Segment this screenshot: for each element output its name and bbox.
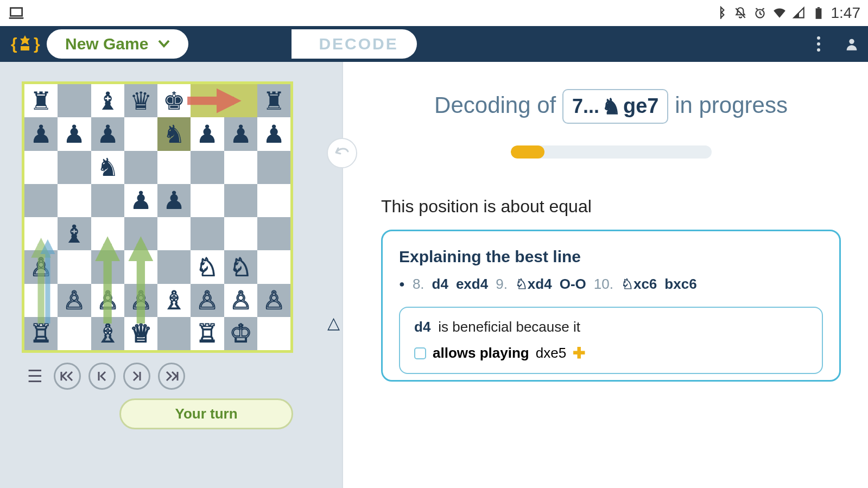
svg-text:{: {: [11, 35, 17, 53]
menu-icon[interactable]: ☰: [27, 366, 43, 386]
chevron-down-icon: [158, 40, 170, 48]
signal-icon: [792, 6, 806, 20]
new-game-label: New Game: [65, 35, 148, 53]
moves-line[interactable]: ● 8.d4exd49.♘xd4O-O10.♘xc6bxc6: [399, 276, 823, 293]
status-bar: 1:47: [0, 0, 868, 26]
svg-text:}: }: [34, 35, 40, 53]
new-game-button[interactable]: New Game: [47, 29, 188, 59]
svg-point-8: [817, 48, 820, 52]
progress-bar: [511, 145, 712, 159]
turn-indicator: Your turn: [119, 398, 293, 429]
explanation-card: d4 is beneficial because it allows playi…: [399, 307, 823, 374]
expand-icon[interactable]: ✚: [573, 344, 585, 362]
move-controls: ☰: [27, 363, 327, 390]
battery-icon: [812, 6, 826, 20]
last-move-button[interactable]: [158, 363, 185, 390]
bluetooth-icon: [714, 6, 728, 20]
prev-move-button[interactable]: [88, 363, 116, 390]
more-icon[interactable]: [816, 36, 821, 52]
svg-point-7: [817, 42, 820, 46]
position-eval: This position is about equal: [381, 197, 841, 217]
svg-rect-1: [815, 8, 821, 19]
wifi-icon: [772, 6, 787, 20]
right-panel: Decoding of 7... ♞ge7 in progress This p…: [342, 62, 868, 488]
best-line-card: Explaining the best line ● 8.d4exd49.♘xd…: [381, 230, 841, 382]
laptop-icon: [8, 4, 25, 22]
first-move-button[interactable]: [54, 363, 81, 390]
status-time: 1:47: [831, 4, 861, 22]
app-logo[interactable]: { }: [9, 32, 41, 56]
decode-tab[interactable]: DECODE: [292, 29, 416, 59]
bell-off-icon: [733, 6, 747, 20]
chess-board[interactable]: ♜♝♛♚♜♟♟♟♞♟♟♟♞♟♟♝♙♘♘♙♙♙♗♙♙♙♖♗♕♖♔: [22, 81, 293, 353]
profile-icon[interactable]: [844, 36, 859, 52]
svg-rect-2: [817, 7, 819, 8]
alarm-icon: [753, 6, 767, 20]
reason-checkbox[interactable]: [414, 347, 426, 359]
back-button[interactable]: [327, 138, 357, 168]
left-panel: ♜♝♛♚♜♟♟♟♞♟♟♟♞♟♟♝♙♘♘♙♙♙♗♙♙♙♖♗♕♖♔ △ ☰: [0, 62, 342, 488]
decode-title: Decoding of 7... ♞ge7 in progress: [381, 89, 841, 124]
best-line-title: Explaining the best line: [399, 248, 823, 266]
svg-rect-4: [21, 46, 29, 50]
svg-point-9: [849, 39, 854, 44]
next-move-button[interactable]: [123, 363, 150, 390]
app-header: { } New Game DECODE: [0, 26, 868, 62]
decoded-move: 7... ♞ge7: [562, 89, 669, 124]
svg-point-6: [817, 36, 820, 40]
flip-board-icon[interactable]: △: [327, 313, 340, 332]
